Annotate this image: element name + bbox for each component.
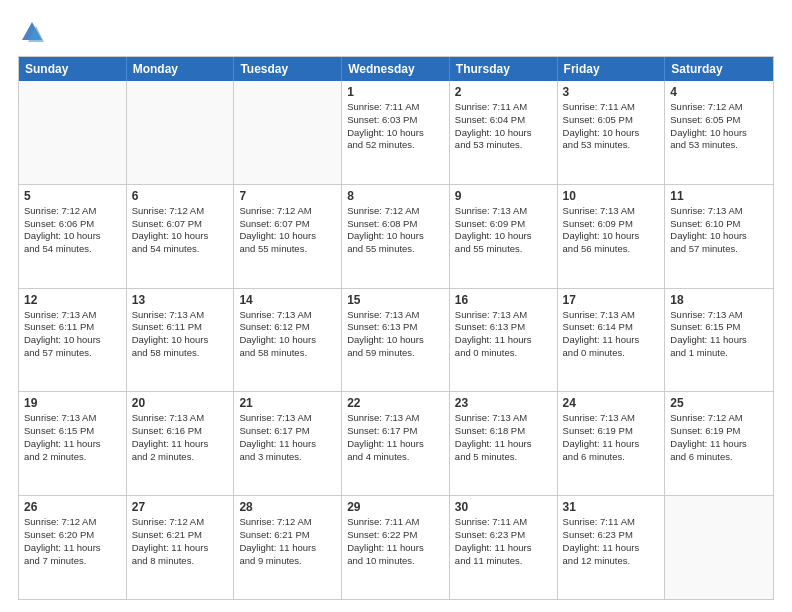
weekday-header-saturday: Saturday: [665, 57, 773, 81]
day-number: 7: [239, 189, 336, 203]
cell-info: Sunrise: 7:13 AM Sunset: 6:17 PM Dayligh…: [347, 412, 444, 463]
cell-info: Sunrise: 7:13 AM Sunset: 6:15 PM Dayligh…: [24, 412, 121, 463]
day-number: 6: [132, 189, 229, 203]
calendar-cell: 11Sunrise: 7:13 AM Sunset: 6:10 PM Dayli…: [665, 185, 773, 288]
calendar-cell: 14Sunrise: 7:13 AM Sunset: 6:12 PM Dayli…: [234, 289, 342, 392]
weekday-header-sunday: Sunday: [19, 57, 127, 81]
calendar-row-2: 12Sunrise: 7:13 AM Sunset: 6:11 PM Dayli…: [19, 288, 773, 392]
calendar-cell: 13Sunrise: 7:13 AM Sunset: 6:11 PM Dayli…: [127, 289, 235, 392]
cell-info: Sunrise: 7:11 AM Sunset: 6:23 PM Dayligh…: [563, 516, 660, 567]
calendar-cell: 3Sunrise: 7:11 AM Sunset: 6:05 PM Daylig…: [558, 81, 666, 184]
day-number: 8: [347, 189, 444, 203]
cell-info: Sunrise: 7:11 AM Sunset: 6:03 PM Dayligh…: [347, 101, 444, 152]
day-number: 26: [24, 500, 121, 514]
calendar-row-1: 5Sunrise: 7:12 AM Sunset: 6:06 PM Daylig…: [19, 184, 773, 288]
day-number: 20: [132, 396, 229, 410]
day-number: 13: [132, 293, 229, 307]
day-number: 19: [24, 396, 121, 410]
cell-info: Sunrise: 7:13 AM Sunset: 6:11 PM Dayligh…: [24, 309, 121, 360]
cell-info: Sunrise: 7:13 AM Sunset: 6:10 PM Dayligh…: [670, 205, 768, 256]
cell-info: Sunrise: 7:12 AM Sunset: 6:20 PM Dayligh…: [24, 516, 121, 567]
calendar-header: SundayMondayTuesdayWednesdayThursdayFrid…: [19, 57, 773, 81]
day-number: 18: [670, 293, 768, 307]
calendar-cell: 1Sunrise: 7:11 AM Sunset: 6:03 PM Daylig…: [342, 81, 450, 184]
calendar-cell: 7Sunrise: 7:12 AM Sunset: 6:07 PM Daylig…: [234, 185, 342, 288]
day-number: 1: [347, 85, 444, 99]
cell-info: Sunrise: 7:12 AM Sunset: 6:08 PM Dayligh…: [347, 205, 444, 256]
day-number: 2: [455, 85, 552, 99]
calendar-cell: 24Sunrise: 7:13 AM Sunset: 6:19 PM Dayli…: [558, 392, 666, 495]
calendar-cell: 6Sunrise: 7:12 AM Sunset: 6:07 PM Daylig…: [127, 185, 235, 288]
weekday-header-friday: Friday: [558, 57, 666, 81]
calendar-row-0: 1Sunrise: 7:11 AM Sunset: 6:03 PM Daylig…: [19, 81, 773, 184]
calendar: SundayMondayTuesdayWednesdayThursdayFrid…: [18, 56, 774, 600]
calendar-cell: 16Sunrise: 7:13 AM Sunset: 6:13 PM Dayli…: [450, 289, 558, 392]
cell-info: Sunrise: 7:12 AM Sunset: 6:07 PM Dayligh…: [132, 205, 229, 256]
day-number: 27: [132, 500, 229, 514]
calendar-cell: 23Sunrise: 7:13 AM Sunset: 6:18 PM Dayli…: [450, 392, 558, 495]
calendar-cell: 9Sunrise: 7:13 AM Sunset: 6:09 PM Daylig…: [450, 185, 558, 288]
calendar-cell: [665, 496, 773, 599]
day-number: 25: [670, 396, 768, 410]
cell-info: Sunrise: 7:13 AM Sunset: 6:14 PM Dayligh…: [563, 309, 660, 360]
cell-info: Sunrise: 7:13 AM Sunset: 6:13 PM Dayligh…: [455, 309, 552, 360]
cell-info: Sunrise: 7:12 AM Sunset: 6:21 PM Dayligh…: [132, 516, 229, 567]
calendar-cell: 25Sunrise: 7:12 AM Sunset: 6:19 PM Dayli…: [665, 392, 773, 495]
day-number: 3: [563, 85, 660, 99]
calendar-cell: 17Sunrise: 7:13 AM Sunset: 6:14 PM Dayli…: [558, 289, 666, 392]
day-number: 28: [239, 500, 336, 514]
weekday-header-tuesday: Tuesday: [234, 57, 342, 81]
day-number: 16: [455, 293, 552, 307]
day-number: 23: [455, 396, 552, 410]
day-number: 12: [24, 293, 121, 307]
cell-info: Sunrise: 7:11 AM Sunset: 6:05 PM Dayligh…: [563, 101, 660, 152]
calendar-cell: 8Sunrise: 7:12 AM Sunset: 6:08 PM Daylig…: [342, 185, 450, 288]
weekday-header-monday: Monday: [127, 57, 235, 81]
weekday-header-thursday: Thursday: [450, 57, 558, 81]
day-number: 17: [563, 293, 660, 307]
day-number: 11: [670, 189, 768, 203]
day-number: 15: [347, 293, 444, 307]
calendar-cell: 29Sunrise: 7:11 AM Sunset: 6:22 PM Dayli…: [342, 496, 450, 599]
calendar-cell: [127, 81, 235, 184]
calendar-cell: 12Sunrise: 7:13 AM Sunset: 6:11 PM Dayli…: [19, 289, 127, 392]
calendar-cell: 4Sunrise: 7:12 AM Sunset: 6:05 PM Daylig…: [665, 81, 773, 184]
calendar-cell: 22Sunrise: 7:13 AM Sunset: 6:17 PM Dayli…: [342, 392, 450, 495]
calendar-cell: 31Sunrise: 7:11 AM Sunset: 6:23 PM Dayli…: [558, 496, 666, 599]
calendar-cell: 10Sunrise: 7:13 AM Sunset: 6:09 PM Dayli…: [558, 185, 666, 288]
calendar-cell: 30Sunrise: 7:11 AM Sunset: 6:23 PM Dayli…: [450, 496, 558, 599]
calendar-cell: 28Sunrise: 7:12 AM Sunset: 6:21 PM Dayli…: [234, 496, 342, 599]
calendar-cell: [234, 81, 342, 184]
cell-info: Sunrise: 7:12 AM Sunset: 6:21 PM Dayligh…: [239, 516, 336, 567]
day-number: 30: [455, 500, 552, 514]
calendar-row-3: 19Sunrise: 7:13 AM Sunset: 6:15 PM Dayli…: [19, 391, 773, 495]
logo-icon: [18, 18, 46, 46]
cell-info: Sunrise: 7:12 AM Sunset: 6:07 PM Dayligh…: [239, 205, 336, 256]
day-number: 5: [24, 189, 121, 203]
day-number: 29: [347, 500, 444, 514]
day-number: 31: [563, 500, 660, 514]
header: [18, 18, 774, 46]
cell-info: Sunrise: 7:11 AM Sunset: 6:23 PM Dayligh…: [455, 516, 552, 567]
cell-info: Sunrise: 7:13 AM Sunset: 6:13 PM Dayligh…: [347, 309, 444, 360]
cell-info: Sunrise: 7:13 AM Sunset: 6:09 PM Dayligh…: [563, 205, 660, 256]
cell-info: Sunrise: 7:12 AM Sunset: 6:06 PM Dayligh…: [24, 205, 121, 256]
cell-info: Sunrise: 7:13 AM Sunset: 6:11 PM Dayligh…: [132, 309, 229, 360]
cell-info: Sunrise: 7:13 AM Sunset: 6:12 PM Dayligh…: [239, 309, 336, 360]
cell-info: Sunrise: 7:11 AM Sunset: 6:04 PM Dayligh…: [455, 101, 552, 152]
day-number: 22: [347, 396, 444, 410]
calendar-cell: 20Sunrise: 7:13 AM Sunset: 6:16 PM Dayli…: [127, 392, 235, 495]
calendar-cell: 5Sunrise: 7:12 AM Sunset: 6:06 PM Daylig…: [19, 185, 127, 288]
calendar-cell: 2Sunrise: 7:11 AM Sunset: 6:04 PM Daylig…: [450, 81, 558, 184]
day-number: 24: [563, 396, 660, 410]
logo: [18, 18, 50, 46]
calendar-row-4: 26Sunrise: 7:12 AM Sunset: 6:20 PM Dayli…: [19, 495, 773, 599]
day-number: 10: [563, 189, 660, 203]
calendar-cell: 15Sunrise: 7:13 AM Sunset: 6:13 PM Dayli…: [342, 289, 450, 392]
cell-info: Sunrise: 7:11 AM Sunset: 6:22 PM Dayligh…: [347, 516, 444, 567]
cell-info: Sunrise: 7:13 AM Sunset: 6:18 PM Dayligh…: [455, 412, 552, 463]
calendar-cell: 21Sunrise: 7:13 AM Sunset: 6:17 PM Dayli…: [234, 392, 342, 495]
cell-info: Sunrise: 7:13 AM Sunset: 6:15 PM Dayligh…: [670, 309, 768, 360]
page: SundayMondayTuesdayWednesdayThursdayFrid…: [0, 0, 792, 612]
day-number: 21: [239, 396, 336, 410]
